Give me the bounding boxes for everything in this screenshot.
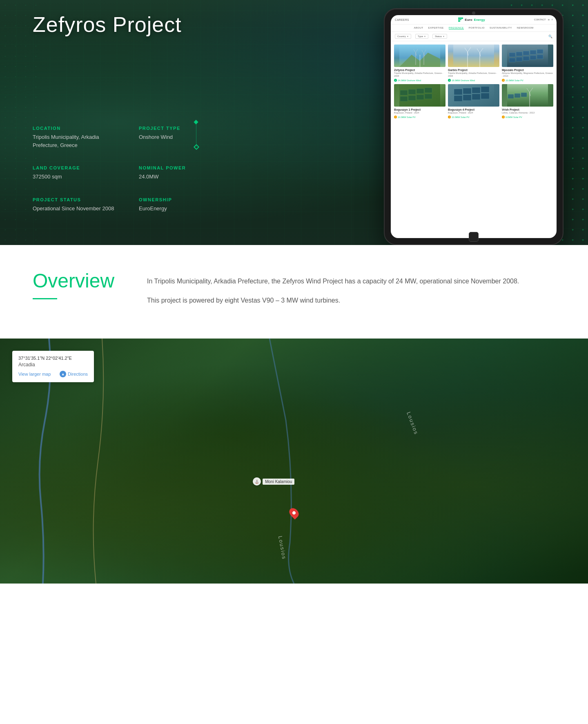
zefyros-card-title: Zefyros Project: [394, 69, 445, 71]
view-larger-map-link[interactable]: View larger map: [18, 372, 51, 376]
svg-rect-38: [425, 94, 432, 99]
type-filter-label: Type: [418, 35, 423, 38]
solar-tag-icon-2: ☀: [394, 116, 397, 118]
tablet-nav-presence[interactable]: PRESENCE: [449, 27, 464, 29]
status-filter-label: Status: [435, 35, 442, 38]
map-region: Arcadia: [18, 362, 88, 368]
nominal-power-label: NOMINAL POWER: [139, 165, 220, 170]
tablet-nav-expertise[interactable]: EXPERTISE: [428, 27, 444, 29]
svg-rect-31: [400, 90, 408, 95]
overview-paragraph-2: This project is powered by eight Vestas …: [147, 295, 555, 306]
tablet-nav-about[interactable]: ABOUT: [414, 27, 423, 29]
tablet-main-nav: ABOUT EXPERTISE PRESENCE PORTFOLIO SUSTA…: [391, 25, 557, 32]
svg-rect-28: [530, 56, 536, 60]
vrish-card-tag: ☀ 9.6MW Solar PV: [502, 116, 553, 118]
project-card-boguszyn4[interactable]: Boguszyn 4 Project Boguszyn, Poland - 20…: [448, 84, 499, 118]
project-type-value: Onshore Wind: [139, 133, 220, 141]
svg-rect-21: [516, 52, 522, 56]
ownership-value: EuroEnergy: [139, 205, 220, 213]
svg-rect-20: [509, 53, 515, 57]
svg-rect-55: [521, 93, 527, 97]
directions-button[interactable]: ▲ Directions: [60, 371, 88, 377]
svg-rect-40: [454, 89, 462, 95]
linkedin-icon[interactable]: in: [548, 18, 550, 21]
zefyros-card-location: Tripolis Municipality, Arkadia Prefectur…: [394, 72, 445, 78]
tablet-nav-newsroom[interactable]: NEWSROOM: [517, 27, 534, 29]
svg-rect-43: [481, 87, 489, 92]
svg-rect-29: [537, 55, 543, 59]
svg-rect-22: [523, 51, 529, 55]
project-card-boguszyn1[interactable]: Boguszyn 1 Project Boguszyn, Poland - 20…: [394, 84, 445, 118]
garbis-tag-text: 18.0MW Onshore Wind: [452, 79, 475, 82]
map-info-box: 37°31'35.1"N 22°02'41.2"E Arcadia View l…: [12, 351, 94, 382]
directions-arrow-icon: ▲: [61, 372, 65, 376]
location-label: LOCATION: [33, 126, 114, 131]
search-icon[interactable]: 🔍: [548, 35, 552, 38]
project-type-label: PROJECT TYPE: [139, 126, 220, 131]
wind-tag-icon: ✦: [394, 79, 397, 82]
info-project-status: PROJECT STATUS Operational Since Novembe…: [33, 197, 114, 213]
mpozalo-card-title: Mpozalo Project: [502, 69, 553, 71]
overview-content: In Tripolis Municipality, Arkadia Prefec…: [147, 270, 555, 314]
svg-rect-32: [408, 89, 416, 94]
garbis-project-image: [448, 45, 499, 67]
vrish-card-location: Lehilu, Calarasi, Romania - 2013: [502, 111, 553, 114]
svg-rect-34: [425, 88, 432, 93]
svg-rect-47: [481, 93, 489, 99]
overview-section: Overview In Tripolis Municipality, Arkad…: [0, 245, 588, 339]
svg-rect-23: [530, 50, 536, 54]
directions-label: Directions: [68, 372, 88, 376]
svg-rect-35: [400, 96, 408, 101]
logo-euro-text: Euro: [465, 18, 472, 22]
tablet-mockup: CAREERS EuroEnergy CONTACT in f: [384, 8, 564, 245]
svg-rect-46: [472, 94, 480, 100]
facebook-icon[interactable]: f: [552, 18, 552, 21]
project-info-grid: LOCATION Tripolis Municipality, Arkadia …: [33, 126, 220, 212]
logo-bar-2: [458, 19, 461, 20]
zefyros-tag-text: 24.0MW Onshore Wind: [398, 79, 421, 82]
garbis-card-location: Tripolis Municipality, Arkadia Prefectur…: [448, 72, 499, 78]
logo-energy-text: Energy: [474, 18, 485, 22]
overview-paragraph-1: In Tripolis Municipality, Arkadia Prefec…: [147, 276, 555, 287]
tablet-camera: [472, 11, 475, 15]
country-filter-label: Country: [397, 35, 406, 38]
mpozalo-tag-text: 10.0MW Solar PV: [506, 79, 523, 82]
zefyros-project-image: [394, 45, 445, 67]
mpozalo-card-location: Almyros Municipality, Magnesia Prefectur…: [502, 72, 553, 78]
svg-rect-10: [453, 45, 494, 67]
garbis-card-title: Garbis Project: [448, 69, 499, 71]
logo-icon: [458, 18, 463, 22]
project-card-garbis[interactable]: Garbis Project Tripolis Municipality, Ar…: [448, 45, 499, 82]
boguszyn4-tag-text: 10.0MW Solar PV: [452, 116, 470, 118]
boguszyn4-project-image: [448, 84, 499, 107]
map-coordinates: 37°31'35.1"N 22°02'41.2"E: [18, 356, 88, 361]
land-coverage-label: LAND COVERAGE: [33, 165, 114, 170]
map-directions-row: View larger map ▲ Directions: [18, 371, 88, 377]
overview-divider: [33, 298, 57, 299]
land-coverage-value: 372500 sqm: [33, 173, 114, 181]
status-filter[interactable]: Status ▼: [432, 34, 447, 39]
svg-rect-33: [416, 89, 424, 94]
tablet-frame: CAREERS EuroEnergy CONTACT in f: [384, 8, 564, 245]
ownership-label: OWNERSHIP: [139, 197, 220, 202]
info-land-coverage: LAND COVERAGE 372500 sqm: [33, 165, 114, 181]
tablet-careers-link[interactable]: CAREERS: [395, 18, 409, 21]
svg-rect-37: [416, 95, 424, 100]
project-card-vrish[interactable]: Vrish Project Lehilu, Calarasi, Romania …: [502, 84, 553, 118]
project-card-zefyros[interactable]: Zefyros Project Tripolis Municipality, A…: [394, 45, 445, 82]
tablet-home-button[interactable]: [469, 232, 479, 242]
svg-rect-41: [463, 88, 471, 94]
hero-section: Zefyros Project LOCATION Tripolis Munici…: [0, 0, 588, 245]
nominal-power-value: 24.0MW: [139, 173, 220, 181]
project-card-mpozalo[interactable]: Mpozalo Project Almyros Municipality, Ma…: [502, 45, 553, 82]
type-filter[interactable]: Type ▼: [415, 34, 428, 39]
svg-rect-42: [472, 87, 480, 93]
svg-rect-53: [508, 94, 514, 98]
boguszyn1-card-title: Boguszyn 1 Project: [394, 108, 445, 111]
boguszyn1-card-tag: ☀ 10.0MW Solar PV: [394, 116, 445, 118]
country-filter[interactable]: Country ▼: [395, 34, 411, 39]
tablet-nav-sustainability[interactable]: SUSTAINABILITY: [490, 27, 512, 29]
contact-link[interactable]: CONTACT: [534, 18, 546, 21]
boguszyn1-card-location: Boguszyn, Poland - 2024: [394, 111, 445, 114]
tablet-nav-portfolio[interactable]: PORTFOLIO: [469, 27, 485, 29]
